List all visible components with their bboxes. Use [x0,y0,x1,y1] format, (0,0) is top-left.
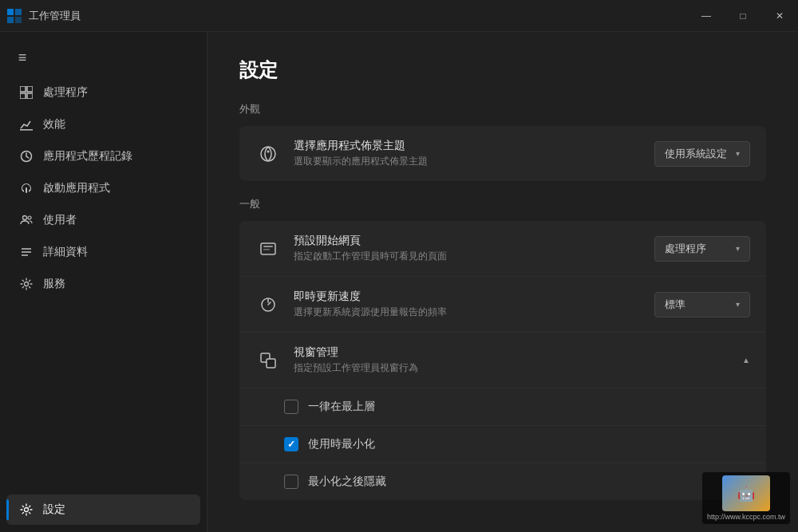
maximize-button[interactable]: □ [725,0,761,32]
always-on-top-item: 一律在最上層 [239,388,766,426]
general-card: 預設開始網頁 指定啟動工作管理員時可看見的頁面 處理程序 ▾ [239,221,766,500]
homepage-icon [255,236,281,262]
main-layout: ≡ 處理程序 效能 [0,32,798,532]
update-speed-title: 即時更新速度 [294,290,642,304]
window-management-icon [255,348,281,373]
sidebar-label-processes: 處理程序 [43,85,88,100]
main-content: 設定 外觀 選擇應用程式佈景主題 選取要顯示的應 [207,32,798,532]
sidebar-item-processes[interactable]: 處理程序 [6,77,200,108]
sidebar-item-users[interactable]: 使用者 [6,205,200,235]
sidebar-label-app-history: 應用程式歷程記錄 [43,149,132,164]
minimize-button[interactable]: — [688,0,725,32]
svg-rect-5 [27,86,33,92]
settings-icon [19,502,34,517]
theme-icon [255,141,281,167]
update-speed-row: 即時更新速度 選擇更新系統資源使用量報告的頻率 標準 ▾ [239,277,766,333]
update-speed-desc: 選擇更新系統資源使用量報告的頻率 [294,305,642,319]
hide-after-minimize-label: 最小化之後隱藏 [308,475,386,489]
theme-dropdown[interactable]: 使用系統設定 ▾ [654,141,750,167]
theme-text: 選擇應用程式佈景主題 選取要顯示的應用程式佈景主題 [294,139,642,168]
window-management-title: 視窗管理 [294,345,729,360]
hide-after-minimize-item: 最小化之後隱藏 [239,463,766,500]
homepage-dropdown-value: 處理程序 [665,242,706,256]
svg-rect-6 [20,93,26,99]
svg-rect-2 [7,17,14,23]
sidebar-item-settings[interactable]: 設定 [6,495,200,525]
sidebar-label-details: 詳細資料 [43,245,88,259]
svg-point-18 [261,147,275,161]
update-speed-dropdown[interactable]: 標準 ▾ [654,292,750,317]
homepage-text: 預設開始網頁 指定啟動工作管理員時可看見的頁面 [294,234,642,263]
svg-point-17 [25,508,29,512]
svg-rect-7 [27,93,33,99]
sidebar-item-details[interactable]: 詳細資料 [6,237,200,267]
sidebar-label-settings: 設定 [43,502,65,517]
update-speed-control: 標準 ▾ [654,292,750,317]
section-general: 一般 預設開始網頁 指定啟動工作管理員時可看見的頁面 [239,197,766,500]
app-title: 工作管理員 [29,9,81,23]
svg-rect-1 [15,9,22,15]
minimize-on-use-label: 使用時最小化 [308,437,375,451]
appearance-card: 選擇應用程式佈景主題 選取要顯示的應用程式佈景主題 使用系統設定 ▾ [239,126,766,181]
titlebar: 工作管理員 — □ ✕ [0,0,798,32]
theme-dropdown-value: 使用系統設定 [665,147,727,161]
watermark-image: 🤖 [722,475,770,511]
section-appearance-label: 外觀 [239,102,766,116]
sidebar-item-startup[interactable]: 啟動應用程式 [6,173,200,203]
close-button[interactable]: ✕ [761,0,798,32]
theme-row: 選擇應用程式佈景主題 選取要顯示的應用程式佈景主題 使用系統設定 ▾ [239,126,766,181]
details-icon [19,245,34,259]
theme-control: 使用系統設定 ▾ [654,141,750,167]
app-history-icon [19,149,34,164]
svg-rect-10 [26,187,27,193]
sidebar-spacer [0,300,207,494]
watermark: 🤖 http://www.kccpc.com.tw [702,472,790,524]
svg-rect-0 [7,9,14,15]
theme-title: 選擇應用程式佈景主題 [294,139,642,153]
svg-rect-4 [20,86,26,92]
svg-rect-21 [263,246,273,247]
processes-icon [19,85,34,100]
sidebar-menu-button[interactable]: ≡ [6,41,38,73]
section-appearance: 外觀 選擇應用程式佈景主題 選取要顯示的應用程式佈景主題 [239,102,766,181]
homepage-row: 預設開始網頁 指定啟動工作管理員時可看見的頁面 處理程序 ▾ [239,221,766,277]
homepage-control: 處理程序 ▾ [654,236,750,262]
window-management-text: 視窗管理 指定預設工作管理員視窗行為 [294,345,729,375]
window-management-toggle[interactable]: ▲ [742,356,750,365]
window-management-chevron-icon: ▲ [742,356,750,365]
sidebar-label-startup: 啟動應用程式 [43,181,110,195]
sidebar-label-performance: 效能 [43,117,65,132]
app-icon [6,8,22,24]
homepage-dropdown[interactable]: 處理程序 ▾ [654,236,750,262]
startup-icon [19,181,34,195]
update-speed-dropdown-value: 標準 [665,298,685,312]
svg-point-12 [28,216,31,219]
homepage-desc: 指定啟動工作管理員時可看見的頁面 [294,250,642,263]
svg-point-19 [267,150,270,152]
sidebar-item-performance[interactable]: 效能 [6,109,200,140]
window-management-header: 視窗管理 指定預設工作管理員視窗行為 ▲ [239,333,766,388]
sidebar-item-app-history[interactable]: 應用程式歷程記錄 [6,141,200,171]
minimize-on-use-item: 使用時最小化 [239,426,766,463]
sidebar: ≡ 處理程序 效能 [0,32,207,532]
hide-after-minimize-checkbox[interactable] [284,475,298,489]
window-management-desc: 指定預設工作管理員視窗行為 [294,361,729,375]
sidebar-item-services[interactable]: 服務 [6,269,200,299]
svg-rect-3 [15,17,22,23]
homepage-title: 預設開始網頁 [294,234,642,248]
update-speed-text: 即時更新速度 選擇更新系統資源使用量報告的頻率 [294,290,642,319]
services-icon [19,277,34,291]
minimize-on-use-checkbox[interactable] [284,437,298,451]
always-on-top-label: 一律在最上層 [308,400,375,414]
performance-icon [19,117,34,132]
svg-rect-8 [20,129,33,131]
watermark-text: http://www.kccpc.com.tw [707,513,785,521]
sidebar-label-users: 使用者 [43,213,77,227]
page-title: 設定 [239,57,766,83]
svg-point-16 [25,282,29,286]
update-speed-chevron-icon: ▾ [736,300,740,309]
always-on-top-checkbox[interactable] [284,400,298,414]
update-speed-icon [255,292,281,317]
homepage-chevron-icon: ▾ [736,244,740,253]
theme-chevron-icon: ▾ [736,149,740,158]
